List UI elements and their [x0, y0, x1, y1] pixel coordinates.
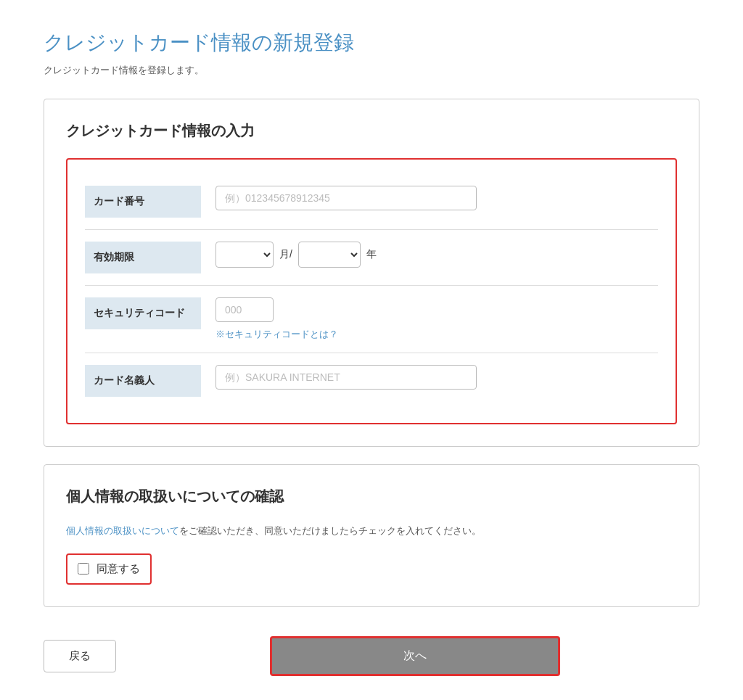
- expiry-month-separator: 月/: [279, 248, 292, 261]
- expiry-label: 有効期限: [85, 242, 201, 273]
- next-button[interactable]: 次へ: [270, 636, 560, 676]
- page-title: クレジットカード情報の新規登録: [44, 29, 699, 57]
- credit-card-section: クレジットカード情報の入力 カード番号 有効期限 01 02 03 04: [44, 99, 699, 447]
- expiry-input-area: 01 02 03 04 05 06 07 08 09 10 11 12 月/: [201, 242, 658, 268]
- security-code-label: セキュリティコード: [85, 297, 201, 329]
- agree-checkbox[interactable]: [78, 563, 89, 575]
- expiry-row: 有効期限 01 02 03 04 05 06 07 08 09 10: [85, 229, 658, 285]
- privacy-description-after: をご確認いただき、同意いただけましたらチェックを入れてください。: [179, 525, 481, 536]
- security-code-input-area: ※セキュリティコードとは？: [201, 297, 658, 341]
- card-name-input[interactable]: [215, 365, 477, 390]
- card-name-label: カード名義人: [85, 365, 201, 397]
- expiry-selects: 01 02 03 04 05 06 07 08 09 10 11 12 月/: [215, 242, 658, 268]
- card-name-row: カード名義人: [85, 353, 658, 408]
- security-code-input[interactable]: [215, 297, 274, 322]
- page-subtitle: クレジットカード情報を登録します。: [44, 64, 699, 77]
- next-button-wrapper: 次へ: [131, 636, 699, 676]
- security-code-row: セキュリティコード ※セキュリティコードとは？: [85, 285, 658, 353]
- card-form-container: カード番号 有効期限 01 02 03 04 05 06 07: [66, 158, 677, 424]
- expiry-month-select[interactable]: 01 02 03 04 05 06 07 08 09 10 11 12: [215, 242, 274, 268]
- agree-label-wrapper[interactable]: 同意する: [66, 553, 152, 585]
- button-row: 戻る 次へ: [44, 636, 699, 676]
- agree-label-text: 同意する: [97, 562, 140, 576]
- card-number-row: カード番号: [85, 174, 658, 229]
- card-name-input-area: [201, 365, 658, 390]
- card-number-label: カード番号: [85, 186, 201, 218]
- expiry-year-select[interactable]: 2024 2025 2026 2027 2028 2029 2030: [298, 242, 361, 268]
- privacy-section: 個人情報の取扱いについての確認 個人情報の取扱いについてをご確認いただき、同意い…: [44, 464, 699, 607]
- security-code-link[interactable]: ※セキュリティコードとは？: [215, 328, 658, 341]
- expiry-year-suffix: 年: [366, 248, 377, 261]
- card-number-input-area: [201, 186, 658, 210]
- card-number-input[interactable]: [215, 186, 477, 210]
- privacy-section-title: 個人情報の取扱いについての確認: [66, 487, 677, 506]
- card-section-title: クレジットカード情報の入力: [66, 121, 677, 141]
- privacy-description: 個人情報の取扱いについてをご確認いただき、同意いただけましたらチェックを入れてく…: [66, 524, 677, 539]
- privacy-link[interactable]: 個人情報の取扱いについて: [66, 525, 179, 536]
- back-button[interactable]: 戻る: [44, 640, 116, 672]
